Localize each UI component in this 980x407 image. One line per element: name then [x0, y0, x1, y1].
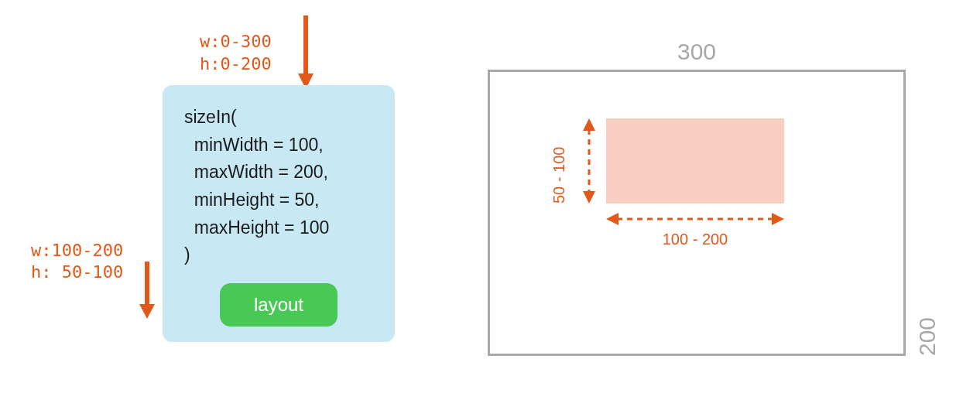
outgoing-w: w:100-200 [31, 241, 123, 260]
constraint-flow-panel: w:0-300 h:0-200 sizeIn( minWidth = 100, … [31, 15, 395, 342]
width-range-label: 100 - 200 [606, 231, 784, 248]
bounds-height-label: 200 [914, 70, 941, 356]
incoming-h: h:0-200 [200, 54, 272, 74]
bounds-width-label: 300 [488, 39, 906, 65]
layout-button[interactable]: layout [220, 283, 338, 327]
svg-marker-6 [583, 191, 595, 204]
sized-child-rect [606, 118, 784, 204]
width-dimension-icon [606, 207, 784, 231]
incoming-w: w:0-300 [200, 32, 272, 51]
modifier-code-box: sizeIn( minWidth = 100, maxWidth = 200, … [163, 85, 395, 342]
arrow-down-icon [298, 15, 314, 89]
parent-bounds-box: 50 - 100 100 - 200 [488, 70, 906, 356]
code-text: sizeIn( minWidth = 100, maxWidth = 200, … [184, 104, 373, 269]
outgoing-constraints-label: w:100-200 h: 50-100 [31, 240, 123, 284]
outgoing-h: h: 50-100 [31, 262, 123, 282]
svg-marker-5 [583, 118, 595, 131]
svg-marker-9 [772, 213, 784, 225]
svg-marker-3 [139, 304, 155, 319]
arrow-down-icon [139, 262, 155, 319]
height-range-label: 50 - 100 [550, 118, 568, 204]
incoming-constraints-label: w:0-300 h:0-200 [200, 31, 272, 75]
svg-marker-8 [606, 213, 618, 225]
bounds-visualization-panel: 300 200 50 - 100 100 - 200 [488, 15, 906, 356]
height-dimension-icon [574, 118, 605, 204]
